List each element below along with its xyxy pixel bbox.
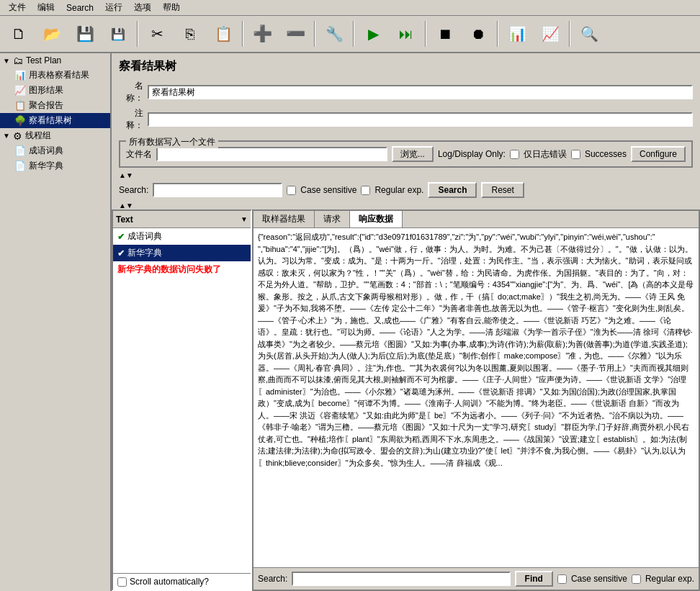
bottom-search-input[interactable] <box>292 572 510 586</box>
paste-button[interactable]: 📋 <box>207 18 239 50</box>
toolbar-sep-5 <box>423 19 428 48</box>
name-label: 名称： <box>119 80 148 104</box>
cut-button[interactable]: ✂ <box>141 18 173 50</box>
toolbar: 🗋 📂 💾 💾 ✂ ⎘ 📋 ➕ ➖ 🔧 ▶ ⏭ <box>0 16 700 53</box>
note-label: 注释： <box>119 107 148 132</box>
text-content-text: {"reason":"返回成功","result":{"id":"d3e0971… <box>258 233 694 467</box>
bottom-case-sensitive-label: Case sensitive <box>571 574 627 584</box>
file-input[interactable] <box>156 147 387 161</box>
text-content: {"reason":"返回成功","result":{"id":"d3e0971… <box>253 228 699 567</box>
aggregate-report-label: 聚合报告 <box>29 99 63 112</box>
copy-button[interactable]: ⎘ <box>174 18 206 50</box>
search-input[interactable] <box>153 183 282 197</box>
watch-tree-icon: 🌳 <box>14 115 26 126</box>
text-search-bar: Search: Find Case sensitive Regular exp. <box>253 567 699 590</box>
menu-edit[interactable]: 编辑 <box>32 0 60 15</box>
search-button[interactable]: Search <box>428 182 477 198</box>
find-button[interactable]: Find <box>515 571 553 587</box>
sidebar-item-new-dict[interactable]: 📄 新华字典 <box>0 158 110 173</box>
menu-file[interactable]: 文件 <box>3 0 32 15</box>
open-icon: 📂 <box>43 25 61 42</box>
add-button[interactable]: ➕ <box>246 18 278 50</box>
remove-button[interactable]: ➖ <box>279 18 311 50</box>
right-panel: 察看结果树 名称： 注释： 所有数据写入一个文件 文件名 浏览... Log/D… <box>112 53 700 591</box>
list-panel-header-label: Text <box>116 215 241 225</box>
idiom-dict-icon: 📄 <box>14 145 26 156</box>
sidebar-item-watch-tree[interactable]: 🌳 察看结果树 <box>0 113 110 128</box>
sidebar-item-thread-group[interactable]: ▼ ⚙ 线程组 <box>0 128 110 143</box>
tree-expand-arrow: ▼ <box>3 57 10 65</box>
scroll-auto-checkbox[interactable] <box>117 577 127 587</box>
open-button[interactable]: 📂 <box>36 18 68 50</box>
sidebar-item-watch-results[interactable]: 📊 用表格察看结果 <box>0 68 110 83</box>
case-sensitive-label: Case sensitive <box>300 185 356 195</box>
list-panel-header: Text ▼ <box>113 211 251 228</box>
sidebar-item-idiom-dict[interactable]: 📄 成语词典 <box>0 143 110 158</box>
results-button[interactable]: 📈 <box>534 18 566 50</box>
bottom-search-label: Search: <box>258 574 287 584</box>
list-item-error[interactable]: 新华字典的数据访问失败了 <box>113 261 251 278</box>
menu-options[interactable]: 选项 <box>128 0 157 15</box>
new-button[interactable]: 🗋 <box>3 18 35 50</box>
case-sensitive-checkbox[interactable] <box>287 186 296 195</box>
settings-button[interactable]: 🔍 <box>573 18 605 50</box>
split-pane: Text ▼ ✔ 成语词典 ✔ 新华字典 新华字 <box>112 209 700 591</box>
thread-group-expand: ▼ <box>3 132 10 140</box>
check-icon-xinhua: ✔ <box>117 248 125 258</box>
graph-results-label: 图形结果 <box>29 84 63 96</box>
group-box-title: 所有数据写入一个文件 <box>126 136 218 148</box>
note-input[interactable] <box>148 112 693 127</box>
new-icon: 🗋 <box>12 26 26 42</box>
run-step-button[interactable]: ⏭ <box>390 18 422 50</box>
log-display-label: Log/Display Only: <box>438 149 506 159</box>
search-label: Search: <box>119 185 148 195</box>
tab-request[interactable]: 请求 <box>315 211 350 227</box>
sidebar-item-aggregate-report[interactable]: 📋 聚合报告 <box>0 98 110 113</box>
successes-label: Successes <box>585 149 627 159</box>
watch-results-icon: 📊 <box>14 70 26 81</box>
test-plan-icon: 🗂 <box>13 55 23 66</box>
tab-sampler-result[interactable]: 取样器结果 <box>253 211 315 227</box>
list-item-xinhua[interactable]: ✔ 新华字典 <box>113 245 251 261</box>
run-button[interactable]: ▶ <box>357 18 389 50</box>
list-item-xinhua-label: 新华字典 <box>127 247 162 259</box>
report-button[interactable]: 📊 <box>501 18 533 50</box>
divider-top: ▲▼ <box>112 171 700 179</box>
text-panel: 取样器结果 请求 响应数据 {"reason":"返回成功","result":… <box>252 209 700 591</box>
browse-button[interactable]: 浏览... <box>392 146 434 162</box>
configure-toolbar-button[interactable]: 🔧 <box>318 18 350 50</box>
configure-button[interactable]: Configure <box>631 146 686 162</box>
log-display-checkbox[interactable] <box>510 150 519 159</box>
run-icon: ▶ <box>368 25 379 42</box>
stop-button[interactable]: ⏹ <box>429 18 461 50</box>
bottom-case-sensitive-checkbox[interactable] <box>557 574 567 584</box>
stop2-button[interactable]: ⏺ <box>462 18 494 50</box>
list-panel-dropdown-icon[interactable]: ▼ <box>241 215 248 223</box>
aggregate-report-icon: 📋 <box>14 100 26 111</box>
save-as-button[interactable]: 💾 <box>102 18 134 50</box>
sidebar-item-graph-results[interactable]: 📈 图形结果 <box>0 83 110 98</box>
save-icon: 💾 <box>76 25 94 42</box>
successes-checkbox[interactable] <box>571 150 580 159</box>
toolbar-sep-7 <box>567 19 572 48</box>
save-button[interactable]: 💾 <box>69 18 101 50</box>
regular-exp-checkbox[interactable] <box>361 186 370 195</box>
run-step-icon: ⏭ <box>399 26 413 42</box>
idiom-dict-label: 成语词典 <box>29 145 63 157</box>
arrow-up-icon: ▲▼ <box>119 171 133 179</box>
name-input[interactable] <box>148 85 693 99</box>
note-row: 注释： <box>119 107 693 132</box>
tab-response-data[interactable]: 响应数据 <box>350 211 403 227</box>
reset-button[interactable]: Reset <box>481 182 524 198</box>
menu-run[interactable]: 运行 <box>99 0 128 15</box>
list-items: ✔ 成语词典 ✔ 新华字典 新华字典的数据访问失败了 <box>113 228 251 573</box>
menu-help[interactable]: 帮助 <box>157 0 186 15</box>
copy-icon: ⎘ <box>186 26 194 42</box>
page-title: 察看结果树 <box>119 59 693 74</box>
list-item-idiom[interactable]: ✔ 成语词典 <box>113 228 251 245</box>
bottom-regular-exp-checkbox[interactable] <box>632 574 641 584</box>
tree-item-test-plan[interactable]: ▼ 🗂 Test Plan <box>0 53 110 68</box>
configure-icon: 🔧 <box>326 25 344 42</box>
toolbar-sep-4 <box>351 19 356 48</box>
menu-search[interactable]: Search <box>60 1 99 14</box>
